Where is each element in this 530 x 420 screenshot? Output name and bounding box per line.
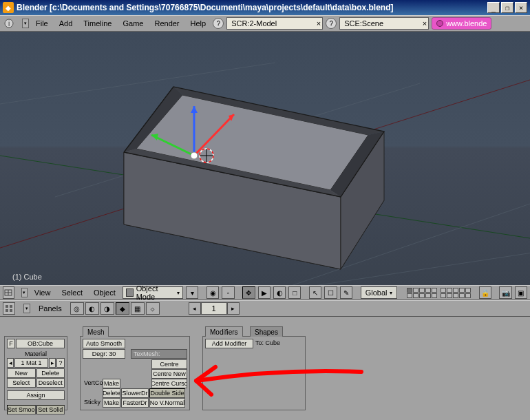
screen-selector[interactable]: SCR:2-Model × bbox=[226, 17, 323, 30]
modifiers-tab[interactable]: Modifiers bbox=[205, 326, 243, 337]
mat-assign-button[interactable]: Assign bbox=[7, 390, 65, 400]
panel-nav-prev[interactable]: ◂ bbox=[189, 302, 201, 315]
context-script[interactable]: ◐ bbox=[85, 302, 99, 315]
manipulator-toggle[interactable]: ✥ bbox=[242, 286, 255, 299]
sticky-label: Sticky bbox=[83, 398, 102, 408]
mat-deselect-button[interactable]: Deselect bbox=[36, 378, 65, 388]
layer-buttons[interactable] bbox=[407, 288, 471, 298]
cube-mesh bbox=[124, 87, 384, 269]
close-button[interactable]: × bbox=[515, 2, 527, 13]
scene-close-icon[interactable]: × bbox=[423, 19, 427, 28]
badge-dot-icon bbox=[436, 20, 443, 27]
set-smooth-button[interactable]: Set Smoo bbox=[7, 405, 36, 414]
viewport-header: ▾ View Select Object Object Mode ▾ ▾ ◉ ◦… bbox=[0, 285, 530, 300]
manipulator-scale[interactable]: □ bbox=[288, 286, 301, 299]
scene-selector[interactable]: SCE:Scene × bbox=[339, 17, 429, 30]
manipulator-move[interactable]: ▶ bbox=[258, 286, 271, 299]
add-modifier-button[interactable]: Add Modifier bbox=[205, 339, 253, 348]
object-mode-icon bbox=[126, 288, 134, 297]
viewport-pulldown[interactable]: ▾ bbox=[21, 288, 28, 297]
context-scene[interactable]: ☼ bbox=[146, 302, 160, 315]
menu-render[interactable]: Render bbox=[150, 18, 183, 29]
menu-help[interactable]: Help bbox=[187, 18, 211, 29]
screen-browse-icon[interactable]: ? bbox=[326, 18, 337, 29]
3dview-editor-icon[interactable] bbox=[3, 286, 14, 299]
restore-button[interactable]: ❐ bbox=[501, 2, 513, 13]
centre-cursor-button[interactable]: Centre Curso bbox=[151, 379, 187, 388]
viewport-object-label: (1) Cube bbox=[12, 273, 42, 281]
paint-button[interactable]: ✎ bbox=[340, 286, 352, 299]
buttons-window: F OB:Cube Material ◂ 1 Mat 1 ▸ ? New Del… bbox=[0, 317, 530, 420]
svg-rect-35 bbox=[10, 309, 12, 312]
vp-menu-select[interactable]: Select bbox=[57, 287, 87, 298]
material-index-field[interactable]: 1 Mat 1 bbox=[14, 358, 48, 368]
pivot-bbox-button[interactable]: ◉ bbox=[206, 286, 219, 299]
mesh-panel-tab[interactable]: Mesh bbox=[83, 326, 109, 337]
screen-close-icon[interactable]: × bbox=[317, 19, 321, 28]
svg-rect-32 bbox=[6, 305, 8, 308]
svg-rect-33 bbox=[10, 305, 12, 308]
buttons-pulldown[interactable]: ▾ bbox=[23, 304, 30, 313]
help-icon[interactable]: ? bbox=[213, 18, 224, 29]
blender-icon: ◆ bbox=[3, 2, 14, 13]
centre-new-button[interactable]: Centre New bbox=[151, 369, 187, 379]
sticky-make-button[interactable]: Make bbox=[103, 398, 120, 408]
menu-timeline[interactable]: Timeline bbox=[79, 18, 116, 29]
menu-file[interactable]: File bbox=[32, 18, 52, 29]
3d-cursor bbox=[200, 149, 213, 162]
mesh-panel: Mesh Auto Smooth Degr: 30 TexMesh: Centr… bbox=[80, 336, 190, 410]
set-solid-button[interactable]: Set Solid bbox=[36, 405, 65, 414]
fake-user-button[interactable]: F bbox=[7, 339, 15, 348]
double-sided-button[interactable]: Double Side bbox=[149, 388, 185, 398]
context-edit[interactable]: ▦ bbox=[131, 302, 145, 315]
no-vnormal-button[interactable]: No V.Normal bbox=[149, 398, 185, 408]
vertco-delete-button[interactable]: Delete bbox=[103, 388, 120, 398]
slowerdr-button[interactable]: SlowerDr bbox=[121, 388, 149, 398]
fasterdr-button[interactable]: FasterDr bbox=[121, 398, 149, 408]
window-type-pulldown[interactable]: ▾ bbox=[22, 19, 29, 28]
render-button[interactable]: 📷 bbox=[499, 286, 511, 299]
draw-type-button[interactable]: ▾ bbox=[186, 286, 198, 299]
mode-selector[interactable]: Object Mode ▾ bbox=[123, 286, 183, 299]
render-anim-button[interactable]: ▣ bbox=[515, 286, 527, 299]
buttons-editor-icon[interactable] bbox=[3, 302, 15, 315]
mat-new-button[interactable]: New bbox=[7, 368, 36, 378]
mat-delete-button[interactable]: Delete bbox=[36, 368, 65, 378]
orientation-selector[interactable]: Global ▾ bbox=[361, 286, 398, 299]
material-label: Material bbox=[7, 350, 65, 358]
context-logic[interactable]: ◎ bbox=[70, 302, 84, 315]
shapes-tab[interactable]: Shapes bbox=[250, 326, 283, 337]
vp-menu-view[interactable]: View bbox=[30, 287, 55, 298]
manipulator-rotate[interactable]: ◐ bbox=[273, 286, 286, 299]
window-title: Blender [c:\Documents and Settings\70766… bbox=[17, 3, 487, 12]
object-name-field[interactable]: OB:Cube bbox=[16, 339, 65, 348]
context-shading[interactable]: ◑ bbox=[100, 302, 114, 315]
mat-help-button[interactable]: ? bbox=[56, 358, 65, 368]
menu-add[interactable]: Add bbox=[55, 18, 77, 29]
vertco-make-button[interactable]: Make bbox=[103, 379, 120, 388]
panel-nav-next[interactable]: ▸ bbox=[227, 302, 240, 315]
3d-viewport[interactable]: (1) Cube bbox=[0, 32, 530, 285]
mat-next-button[interactable]: ▸ bbox=[49, 358, 56, 368]
mat-select-button[interactable]: Select bbox=[7, 378, 36, 388]
vertco-label: VertCo bbox=[83, 379, 102, 388]
modifiers-panel: Modifiers Shapes Add Modifier To: Cube bbox=[202, 336, 306, 410]
menu-game[interactable]: Game bbox=[118, 18, 147, 29]
context-object[interactable]: ◆ bbox=[116, 302, 129, 315]
minimize-button[interactable]: _ bbox=[487, 2, 500, 13]
pivot-cursor-button[interactable]: ◦ bbox=[222, 286, 234, 299]
texmesh-field[interactable]: TexMesh: bbox=[131, 349, 187, 359]
vp-menu-object[interactable]: Object bbox=[89, 287, 120, 298]
cursor-button[interactable]: ↖ bbox=[309, 286, 321, 299]
lock-layers-button[interactable]: 🔒 bbox=[479, 286, 491, 299]
modifier-to-label: To: Cube bbox=[254, 339, 282, 348]
panels-label[interactable]: Panels bbox=[34, 303, 66, 314]
auto-smooth-button[interactable]: Auto Smooth bbox=[83, 339, 125, 348]
centre-button[interactable]: Centre bbox=[151, 359, 187, 369]
buttons-header: ▾ Panels ◎ ◐ ◑ ◆ ▦ ☼ ◂ 1 ▸ bbox=[0, 300, 530, 317]
select-mode-button[interactable]: ☐ bbox=[324, 286, 337, 299]
website-badge[interactable]: www.blende bbox=[432, 17, 491, 30]
mat-prev-button[interactable]: ◂ bbox=[7, 358, 14, 368]
info-window-icon[interactable]: i bbox=[3, 17, 15, 30]
window-titlebar: ◆ Blender [c:\Documents and Settings\707… bbox=[0, 0, 530, 15]
